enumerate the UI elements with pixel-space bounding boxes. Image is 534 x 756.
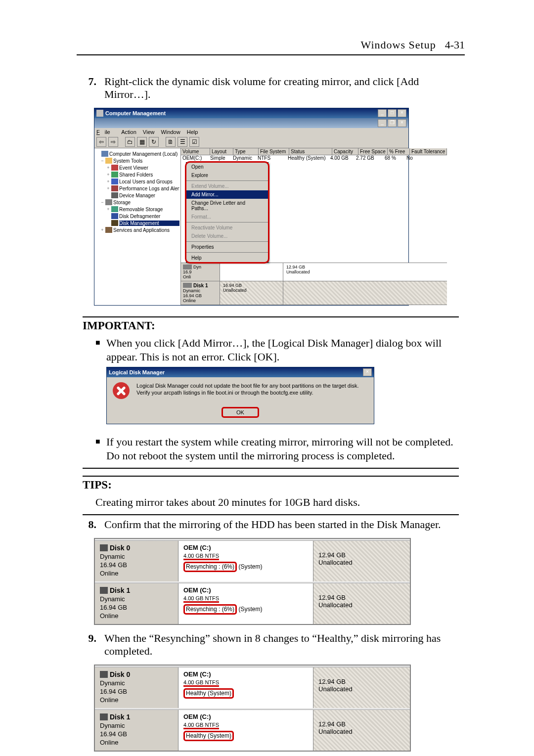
inner-titlebar: _ ❐ × <box>94 118 408 128</box>
app-icon <box>96 110 103 117</box>
ctx-reactivate: Reactivate Volume <box>186 223 268 232</box>
back-icon[interactable]: ⇦ <box>96 137 106 147</box>
bullet-icon: ■ <box>95 336 106 430</box>
step-text: Confirm that the mirroring of the HDD ha… <box>104 518 465 531</box>
ldm-titlebar: Logical Disk Manager × <box>107 367 374 377</box>
minimize-button[interactable]: _ <box>378 109 387 117</box>
list-icon[interactable]: ☰ <box>178 137 187 147</box>
menu-help[interactable]: Help <box>187 129 198 135</box>
disk-icon <box>100 544 108 551</box>
rule <box>83 476 459 477</box>
status-healthy: Healthy (System) <box>183 731 234 741</box>
header-rule <box>77 54 465 55</box>
ctx-properties[interactable]: Properties <box>186 243 268 251</box>
tree-item[interactable]: Device Manager <box>119 193 179 198</box>
disk-manager-healthy: Disk 0 Dynamic16.94 GBOnline OEM (C:)4.0… <box>94 665 411 752</box>
tree-item[interactable]: Event Viewer <box>119 165 179 171</box>
step-number: 8. <box>77 518 104 531</box>
important-heading: IMPORTANT: <box>83 319 459 332</box>
ctx-change-drive[interactable]: Change Drive Letter and Paths... <box>186 199 268 213</box>
context-menu[interactable]: Open Explore Extend Volume... Add Mirror… <box>186 162 268 263</box>
ldm-close-button[interactable]: × <box>363 368 372 376</box>
props-icon[interactable]: 🗎 <box>166 137 176 147</box>
ldm-message: Logical Disk Manager could not update th… <box>136 382 368 399</box>
header-section: Windows Setup <box>361 39 436 51</box>
rule <box>83 316 459 317</box>
maximize-button[interactable]: □ <box>388 109 397 117</box>
ctx-delete: Delete Volume... <box>186 232 268 240</box>
ok-button[interactable]: OK <box>222 407 259 418</box>
dm-row-disk1[interactable]: Disk 1 Dynamic16.94 GBOnline OEM (C:)4.0… <box>95 583 410 624</box>
disk-manager-resynching: Disk 0 Dynamic16.94 GBOnline OEM (C:)4.0… <box>94 538 411 625</box>
menu-window[interactable]: Window <box>161 129 180 135</box>
tree-system-tools[interactable]: System Tools <box>113 158 179 164</box>
step-text: Right-click the dynamic disk volume for … <box>104 75 465 101</box>
inner-restore[interactable]: ❐ <box>388 119 397 127</box>
disk-icon <box>100 671 108 678</box>
tree-item[interactable]: Performance Logs and Alerts <box>119 186 179 191</box>
menu-action[interactable]: Action <box>121 129 136 135</box>
dm-row-disk0[interactable]: Disk 0 Dynamic16.94 GBOnline OEM (C:)4.0… <box>95 667 410 708</box>
menu-view[interactable]: View <box>143 129 155 135</box>
disk-icon <box>100 587 108 594</box>
rule <box>83 468 459 469</box>
important-item: When you click [Add Mirror…], the [Logic… <box>106 336 459 430</box>
ctx-explore[interactable]: Explore <box>186 171 268 179</box>
status-healthy: Healthy (System) <box>183 688 234 699</box>
tree-item[interactable]: Shared Folders <box>119 172 179 178</box>
ctx-add-mirror[interactable]: Add Mirror... <box>186 190 268 199</box>
up-icon[interactable]: 🗀 <box>125 137 135 147</box>
tree-item[interactable]: Disk Defragmenter <box>119 214 179 219</box>
grid-row[interactable]: OEM(C:) Simple Dynamic NTFS Healthy (Sys… <box>181 155 447 161</box>
dm-row-disk1[interactable]: Disk 1 Dynamic16.94 GBOnline OEM (C:)4.0… <box>95 710 410 751</box>
header-page: 4-31 <box>445 39 465 51</box>
ctx-open[interactable]: Open <box>186 163 268 171</box>
titlebar: Computer Management _ □ × <box>94 108 408 118</box>
refresh-icon[interactable]: ↻ <box>149 137 159 147</box>
ctx-help[interactable]: Help <box>186 254 268 262</box>
ldm-title: Logical Disk Manager <box>109 369 363 375</box>
grid-header[interactable]: Volume Layout Type File System Status Ca… <box>181 148 447 155</box>
menu-file[interactable]: File <box>96 129 115 135</box>
inner-minimize[interactable]: _ <box>378 119 387 127</box>
tree-icon[interactable]: ▦ <box>137 137 147 147</box>
window-title: Computer Management <box>105 110 378 116</box>
disk-icon <box>100 713 108 720</box>
bullet-icon: ■ <box>95 435 106 463</box>
inner-close[interactable]: × <box>398 119 406 127</box>
ctx-format: Format... <box>186 213 268 221</box>
tree-root[interactable]: Computer Management (Local) <box>109 151 179 157</box>
menubar[interactable]: File Action View Window Help <box>94 128 408 136</box>
close-button[interactable]: × <box>398 109 406 117</box>
dm-row-disk0[interactable]: Disk 0 Dynamic16.94 GBOnline OEM (C:)4.0… <box>95 541 410 581</box>
important-item: If you restart the system while creating… <box>106 435 459 463</box>
disk0-row[interactable]: Dyn16.9Onli 12.94 GBUnallocated <box>181 263 447 281</box>
error-icon <box>113 382 130 399</box>
toolbar: ⇦ ⇨ 🗀 ▦ ↻ 🗎 ☰ ☑ <box>94 136 408 148</box>
status-resynching: Resynching : (6%) <box>183 562 237 572</box>
tips-text: Creating mirror takes about 20 minutes f… <box>95 495 459 509</box>
detail-icon[interactable]: ☑ <box>189 137 199 147</box>
step-number: 9. <box>77 632 104 658</box>
tips-heading: TIPS: <box>83 479 459 491</box>
logical-disk-manager-dialog: Logical Disk Manager × Logical Disk Mana… <box>106 367 374 424</box>
disk1-row[interactable]: Disk 1 Dynamic 16.94 GB Online 16.94 GBU… <box>181 281 447 305</box>
computer-management-window: Computer Management _ □ × _ ❐ × File Act… <box>94 108 409 306</box>
tree-disk-management[interactable]: Disk Management <box>119 221 179 226</box>
step-text: When the “Resynching” shown in 8 changes… <box>104 632 465 658</box>
forward-icon[interactable]: ⇨ <box>108 137 118 147</box>
tree-item[interactable]: Local Users and Groups <box>119 179 179 184</box>
step-number: 7. <box>77 75 104 101</box>
nav-tree[interactable]: Computer Management (Local) −System Tool… <box>94 148 181 305</box>
tree-item[interactable]: Removable Storage <box>119 207 179 212</box>
tree-services[interactable]: Services and Applications <box>113 227 179 233</box>
status-resynching: Resynching : (6%) <box>183 604 237 615</box>
ctx-extend: Extend Volume... <box>186 182 268 190</box>
tree-storage[interactable]: Storage <box>113 200 179 205</box>
content-pane: Volume Layout Type File System Status Ca… <box>181 148 447 305</box>
rule <box>83 514 459 515</box>
